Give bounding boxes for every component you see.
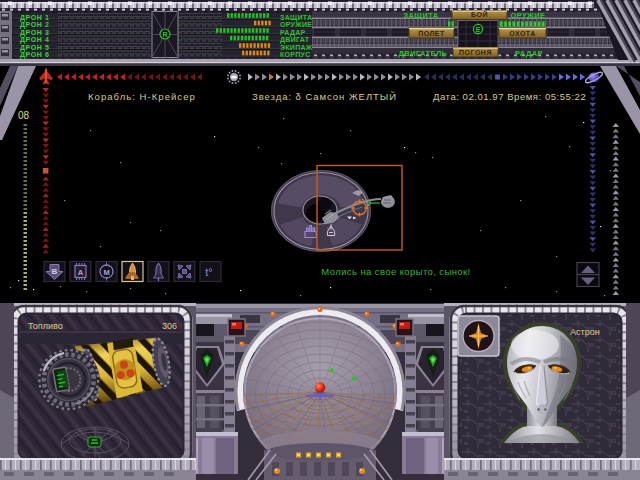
svg-text:ДРОН 6: ДРОН 6 [20,51,50,59]
svg-text:08: 08 [18,110,30,121]
svg-text:Молись на свое корыто, сынок!: Молись на свое корыто, сынок! [321,266,470,277]
svg-text:ПОЛЕТ: ПОЛЕТ [418,30,445,37]
svg-text:R: R [162,31,167,38]
svg-text:Топливо: Топливо [28,321,63,331]
svg-text:ОХОТА: ОХОТА [509,30,536,37]
svg-text:Астрон: Астрон [570,327,600,337]
svg-text:ПОГОНЯ: ПОГОНЯ [459,49,492,56]
svg-text:БОЙ: БОЙ [471,10,488,18]
svg-text:Дата: 02.01.97 Время: 05:55:22: Дата: 02.01.97 Время: 05:55:22 [433,91,586,102]
svg-text:Звезда: δ Самсон ЖЕЛТЫЙ: Звезда: δ Самсон ЖЕЛТЫЙ [252,91,397,102]
svg-text:306: 306 [162,321,177,331]
svg-text:РАДАР: РАДАР [515,49,543,58]
svg-text:Е: Е [476,26,481,33]
svg-text:B: B [52,267,58,276]
svg-text:А: А [78,268,84,277]
svg-text:ЭКИПАЖ: ЭКИПАЖ [280,44,313,51]
svg-text:М: М [103,268,109,277]
svg-text:ДВИГАТЕЛЬ: ДВИГАТЕЛЬ [399,49,448,58]
svg-text:ЗАЩИТА: ЗАЩИТА [403,11,438,20]
svg-text:Корабль: Н-Крейсер: Корабль: Н-Крейсер [88,91,196,102]
svg-text:КОРПУС: КОРПУС [280,51,311,58]
svg-text:ОРУЖИЕ: ОРУЖИЕ [280,21,312,28]
svg-text:ОРУЖИЕ: ОРУЖИЕ [511,11,546,20]
svg-text:t°: t° [205,266,212,278]
